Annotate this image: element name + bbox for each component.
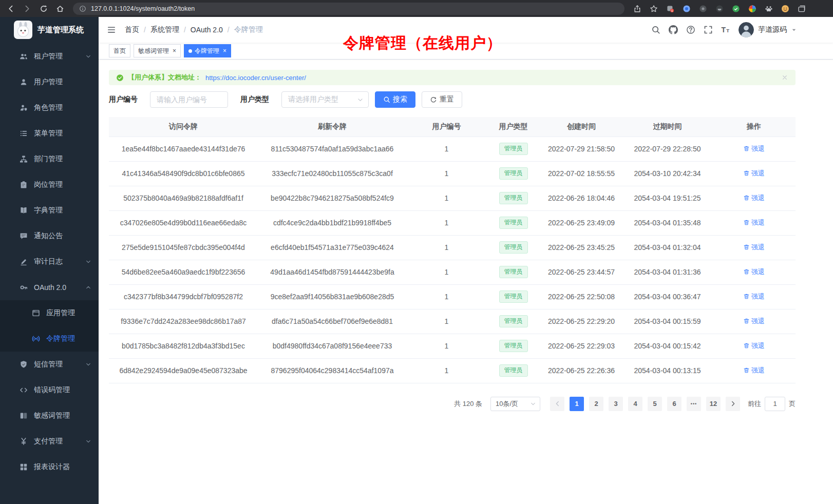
share-icon[interactable] [631,2,644,15]
reload-icon[interactable] [37,2,50,15]
prev-page-button[interactable] [550,397,564,411]
force-logout-button[interactable]: 强退 [743,366,765,375]
site-info-icon[interactable] [79,5,87,13]
github-icon[interactable] [669,25,678,34]
reset-button[interactable]: 重置 [422,91,462,108]
role-icon [20,104,28,112]
close-icon[interactable]: × [223,48,226,54]
page-button-6[interactable]: 6 [667,397,681,411]
profile-avatar-icon[interactable] [779,2,792,15]
refresh-token-cell: 49d1aa46d1454fbd87591444423be9fa [258,260,407,284]
user-menu[interactable]: 芋道源码 [739,22,797,37]
page-button-5[interactable]: 5 [648,397,662,411]
fullscreen-icon[interactable] [704,25,713,34]
tabs-stack-icon[interactable] [795,2,808,15]
goto-page-input[interactable] [765,397,785,411]
alert-close-icon[interactable] [781,74,788,81]
force-logout-button[interactable]: 强退 [743,193,765,203]
close-icon[interactable]: × [173,48,176,54]
sidebar-item-role[interactable]: 角色管理 [0,95,99,121]
search-icon[interactable] [651,25,660,34]
sidebar-item-oauth2-application[interactable]: 应用管理 [0,300,99,326]
tab-oauth2-token[interactable]: 令牌管理× [184,44,231,57]
reset-button-label: 重置 [440,95,454,104]
tab-home[interactable]: 首页 [109,44,130,57]
sidebar-item-sensitive-word[interactable]: 敏感词管理 [0,403,99,429]
create-time-cell: 2022-06-26 18:04:46 [540,186,622,210]
circle-green-icon[interactable] [729,2,743,15]
expire-time-cell: 2054-03-04 01:35:48 [622,210,712,235]
user-type-badge: 管理员 [499,290,528,303]
back-icon[interactable] [4,2,17,15]
user-id-cell: 1 [407,137,486,161]
font-size-icon[interactable]: TT [721,25,730,34]
page-button-4[interactable]: 4 [628,397,642,411]
force-logout-button[interactable]: 强退 [743,341,765,351]
breadcrumb-item[interactable]: OAuth 2.0 [191,26,223,34]
sidebar-item-label: 部门管理 [34,154,91,164]
search-button[interactable]: 搜索 [375,91,415,108]
question-icon[interactable] [686,25,695,34]
sidebar-item-post[interactable]: 岗位管理 [0,172,99,198]
star-icon[interactable] [647,2,660,15]
sidebar-item-menu[interactable]: 菜单管理 [0,121,99,146]
force-logout-button[interactable]: 强退 [743,267,765,277]
force-logout-button[interactable]: 强退 [743,144,765,153]
paw-icon[interactable] [762,2,775,15]
color-wheel-icon[interactable] [746,2,759,15]
trash-icon [743,318,750,324]
page-button-2[interactable]: 2 [589,397,603,411]
create-time-cell: 2022-07-29 21:58:50 [540,137,622,161]
user-type-select[interactable]: 请选择用户类型 [281,91,369,108]
sidebar-item-user[interactable]: 用户管理 [0,69,99,95]
force-logout-button[interactable]: 强退 [743,218,765,227]
force-logout-button[interactable]: 强退 [743,169,765,178]
app-logo[interactable]: 芋道管理系统 [0,17,99,43]
tab-sensitive-word[interactable]: 敏感词管理× [134,44,181,57]
circle-dark-icon[interactable] [696,2,710,15]
page-size-select[interactable]: 10条/页 [490,397,540,411]
next-page-button[interactable] [726,397,740,411]
sidebar-item-pay[interactable]: 支付管理 [0,429,99,454]
sidebar-item-tenant[interactable]: 租户管理 [0,44,99,69]
home-icon[interactable] [53,2,67,15]
page-button-12[interactable]: 12 [706,397,721,411]
annotation-text: 令牌管理（在线用户） [343,33,502,54]
force-logout-button[interactable]: 强退 [743,292,765,301]
page-ellipsis[interactable]: ••• [687,397,701,411]
force-logout-button[interactable]: 强退 [743,243,765,252]
svg-text:T: T [722,26,726,34]
sidebar-item-oauth2-token[interactable]: 令牌管理 [0,326,99,352]
sidebar-toggle-icon[interactable] [107,25,116,34]
access-token-cell: c342377bf8b344799dcbf7bf095287f2 [109,284,258,309]
doc-link[interactable]: https://doc.iocoder.cn/user-center/ [205,74,306,82]
force-logout-button[interactable]: 强退 [743,317,765,326]
breadcrumb-item[interactable]: 系统管理 [150,25,179,34]
page-button-1[interactable]: 1 [570,397,584,411]
sidebar-item-dict[interactable]: 字典管理 [0,198,99,223]
access-token-cell: 502375b8040a469a9b82188afdf6af1f [109,186,258,210]
sidebar-item-error-code[interactable]: 错误码管理 [0,377,99,403]
access-token-cell: 54d6be82ee5a460a9aedc1f9bf223656 [109,260,258,284]
sidebar-item-report-designer[interactable]: 报表设计器 [0,454,99,480]
table-row: 54d6be82ee5a460a9aedc1f9bf22365649d1aa46… [109,260,796,284]
sidebar-item-oauth2[interactable]: OAuth 2.0 [0,275,99,300]
extension-red-icon[interactable]: 1 [664,2,677,15]
user-id-input[interactable] [150,91,228,108]
sidebar-item-dept[interactable]: 部门管理 [0,146,99,172]
forward-icon[interactable] [21,2,34,15]
page-button-3[interactable]: 3 [609,397,623,411]
sidebar-item-notice[interactable]: 通知公告 [0,223,99,249]
sidebar-item-audit-log[interactable]: 审计日志 [0,249,99,275]
breadcrumb-item[interactable]: 首页 [125,25,139,34]
user-avatar[interactable] [739,22,754,37]
book-icon [20,206,28,215]
sidebar-item-sms[interactable]: 短信管理 [0,352,99,377]
address-bar[interactable]: 127.0.0.1:1024/system/oauth2/token [73,3,624,15]
chevron-down-icon [530,401,536,407]
table-row: 6d842e2924594de9a09e45e087323abe8796295f… [109,358,796,383]
doc-alert: 【用户体系】文档地址： https://doc.iocoder.cn/user-… [109,70,796,85]
circle-blue-icon[interactable] [680,2,693,15]
circle-dark2-icon[interactable] [713,2,726,15]
expire-time-cell: 2054-03-04 19:51:25 [622,186,712,210]
